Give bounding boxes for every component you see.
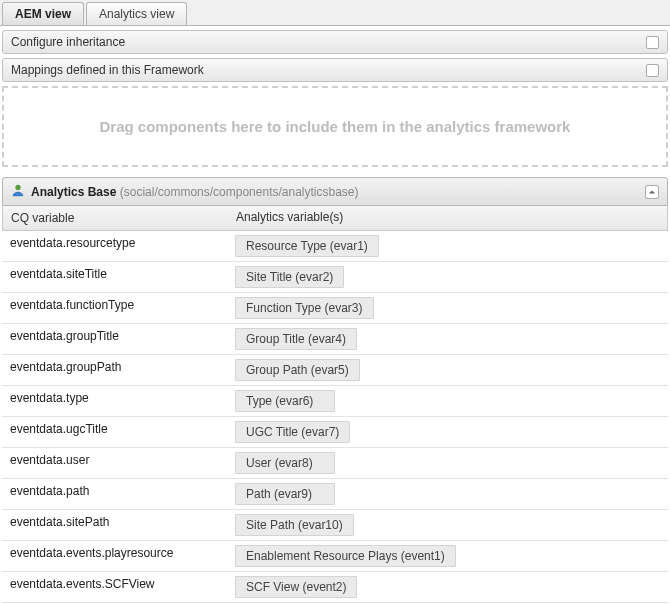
mappings-label: Mappings defined in this Framework — [11, 63, 204, 77]
cq-variable-cell: eventdata.siteTitle — [2, 262, 227, 292]
analytics-variable-chip[interactable]: Group Title (evar4) — [235, 328, 357, 350]
table-row: eventdata.groupTitleGroup Title (evar4) — [2, 324, 668, 355]
cq-variable-cell: eventdata.user — [2, 448, 227, 478]
cq-variable-cell: eventdata.groupTitle — [2, 324, 227, 354]
table-header: CQ variable Analytics variable(s) — [2, 206, 668, 231]
mappings-bar[interactable]: Mappings defined in this Framework — [2, 58, 668, 82]
svg-point-0 — [15, 185, 20, 190]
cq-variable-cell: eventdata.events.SCFView — [2, 572, 227, 602]
cq-variable-cell: eventdata.functionType — [2, 293, 227, 323]
component-icon — [11, 183, 25, 200]
analytics-variable-cell: Site Path (evar10) — [227, 510, 668, 540]
analytics-variable-chip[interactable]: UGC Title (evar7) — [235, 421, 350, 443]
header-cq-variable: CQ variable — [3, 206, 228, 230]
rows-container: eventdata.resourcetypeResource Type (eva… — [0, 231, 670, 604]
table-row: eventdata.siteTitleSite Title (evar2) — [2, 262, 668, 293]
analytics-variable-chip[interactable]: Group Path (evar5) — [235, 359, 360, 381]
analytics-variable-cell: User (evar8) — [227, 448, 668, 478]
cq-variable-cell: eventdata.type — [2, 386, 227, 416]
configure-inheritance-bar[interactable]: Configure inheritance — [2, 30, 668, 54]
analytics-variable-cell: Group Title (evar4) — [227, 324, 668, 354]
header-analytics-variable: Analytics variable(s) — [228, 206, 667, 230]
cq-variable-cell: eventdata.groupPath — [2, 355, 227, 385]
table-row: eventdata.events.playresourceEnablement … — [2, 541, 668, 572]
table-row: eventdata.resourcetypeResource Type (eva… — [2, 231, 668, 262]
analytics-variable-cell: Resource Type (evar1) — [227, 231, 668, 261]
analytics-variable-chip[interactable]: Resource Type (evar1) — [235, 235, 379, 257]
cq-variable-cell: eventdata.events.playresource — [2, 541, 227, 571]
analytics-variable-chip[interactable]: User (evar8) — [235, 452, 335, 474]
analytics-variable-chip[interactable]: Function Type (evar3) — [235, 297, 374, 319]
configure-inheritance-label: Configure inheritance — [11, 35, 125, 49]
mappings-checkbox[interactable] — [646, 64, 659, 77]
tab-bar: AEM view Analytics view — [0, 0, 670, 26]
tab-aem-view[interactable]: AEM view — [2, 2, 84, 25]
analytics-variable-chip[interactable]: Site Path (evar10) — [235, 514, 354, 536]
table-row: eventdata.functionTypeFunction Type (eva… — [2, 293, 668, 324]
analytics-variable-chip[interactable]: Path (evar9) — [235, 483, 335, 505]
analytics-variable-cell: SCF View (event2) — [227, 572, 668, 602]
analytics-variable-cell: Function Type (evar3) — [227, 293, 668, 323]
cq-variable-cell: eventdata.sitePath — [2, 510, 227, 540]
cq-variable-cell: eventdata.ugcTitle — [2, 417, 227, 447]
table-row: eventdata.pathPath (evar9) — [2, 479, 668, 510]
analytics-variable-cell: Group Path (evar5) — [227, 355, 668, 385]
analytics-variable-chip[interactable]: SCF View (event2) — [235, 576, 357, 598]
tab-analytics-view[interactable]: Analytics view — [86, 2, 187, 25]
analytics-variable-chip[interactable]: Site Title (evar2) — [235, 266, 344, 288]
analytics-variable-cell: Path (evar9) — [227, 479, 668, 509]
analytics-variable-chip[interactable]: Type (evar6) — [235, 390, 335, 412]
table-row: eventdata.ugcTitleUGC Title (evar7) — [2, 417, 668, 448]
analytics-variable-cell: Enablement Resource Plays (event1) — [227, 541, 668, 571]
collapse-icon[interactable] — [645, 185, 659, 199]
analytics-variable-cell: Type (evar6) — [227, 386, 668, 416]
analytics-variable-chip[interactable]: Enablement Resource Plays (event1) — [235, 545, 456, 567]
dropzone-text: Drag components here to include them in … — [100, 118, 571, 135]
table-row: eventdata.groupPathGroup Path (evar5) — [2, 355, 668, 386]
configure-inheritance-checkbox[interactable] — [646, 36, 659, 49]
analytics-variable-cell: UGC Title (evar7) — [227, 417, 668, 447]
table-row: eventdata.sitePathSite Path (evar10) — [2, 510, 668, 541]
analytics-base-panel-header[interactable]: Analytics Base (social/commons/component… — [2, 177, 668, 206]
component-dropzone[interactable]: Drag components here to include them in … — [2, 86, 668, 167]
cq-variable-cell: eventdata.resourcetype — [2, 231, 227, 261]
table-row: eventdata.typeType (evar6) — [2, 386, 668, 417]
cq-variable-cell: eventdata.path — [2, 479, 227, 509]
analytics-variable-cell: Site Title (evar2) — [227, 262, 668, 292]
panel-path: (social/commons/components/analyticsbase… — [120, 185, 359, 199]
table-row: eventdata.userUser (evar8) — [2, 448, 668, 479]
panel-title: Analytics Base — [31, 185, 116, 199]
table-row: eventdata.events.SCFViewSCF View (event2… — [2, 572, 668, 603]
